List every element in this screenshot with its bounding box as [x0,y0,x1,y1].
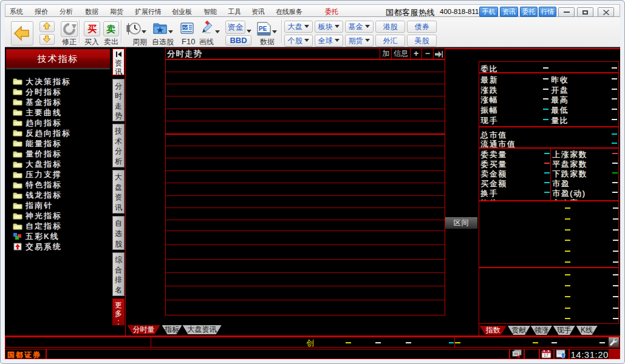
svg-text:17: 17 [544,353,548,357]
svg-text:PE: PE [259,25,267,32]
